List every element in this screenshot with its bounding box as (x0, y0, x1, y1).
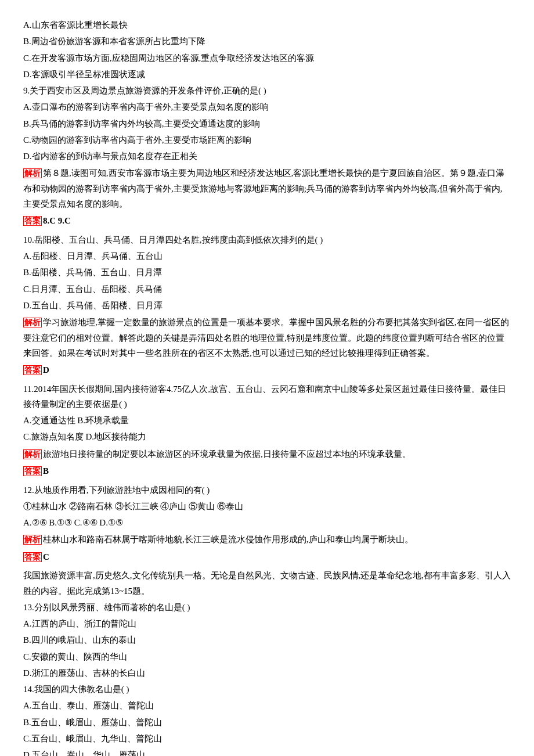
answer-block: 答案8.C 9.C (23, 213, 511, 229)
explanation-block: 解析学习旅游地理,掌握一定数量的旅游景点的位置是一项基本要求。掌握中国风景名胜的… (23, 315, 511, 361)
text-line: C.在开发客源市场方面,应稳固周边地区的客源,重点争取经济发达地区的客源 (23, 51, 511, 66)
text-line: C.旅游点知名度 D.地区接待能力 (23, 429, 511, 444)
text-line: D.五台山、嵩山、华山、雁荡山 (23, 747, 511, 756)
text-line: D.省内游客的到访率与景点知名度存在正相关 (23, 149, 511, 164)
explanation-block: 解析第８题,读图可知,西安市客源市场主要为周边地区和经济发达地区,客源比重增长最… (23, 165, 511, 211)
explanation-block: 解析旅游地日接待量的制定要以本旅游区的环境承载量为依据,日接待量不应超过本地的环… (23, 447, 511, 462)
explanation-block: 解析桂林山水和路南石林属于喀斯特地貌,长江三峡是流水侵蚀作用形成的,庐山和泰山均… (23, 532, 511, 548)
text-line: A.山东省客源比重增长最快 (23, 17, 511, 33)
text-line: A.壶口瀑布的游客到访率省内高于省外,主要受景点知名度的影响 (23, 99, 511, 114)
explanation-tag: 解析 (23, 168, 42, 178)
text-line: D.客源吸引半径呈标准圆状逐减 (23, 67, 511, 82)
text-line: B.岳阳楼、兵马俑、五台山、日月潭 (23, 265, 511, 280)
explanation-tag: 解析 (23, 449, 42, 459)
text-line: B.四川的峨眉山、山东的泰山 (23, 632, 511, 647)
text-line: A.岳阳楼、日月潭、兵马俑、五台山 (23, 249, 511, 264)
text-line: 11.2014年国庆长假期间,国内接待游客4.75亿人次,故宫、五台山、云冈石窟… (23, 381, 511, 412)
text-line: D.五台山、兵马俑、岳阳楼、日月潭 (23, 298, 511, 313)
text-line: ①桂林山水 ②路南石林 ③长江三峡 ④庐山 ⑤黄山 ⑥泰山 (23, 499, 511, 514)
text-line: A.交通通达性 B.环境承载量 (23, 413, 511, 428)
text-line: C.动物园的游客到访率省内高于省外,主要受市场距离的影响 (23, 132, 511, 147)
explanation-text: 学习旅游地理,掌握一定数量的旅游景点的位置是一项基本要求。掌握中国风景名胜的分布… (23, 318, 509, 358)
text-line: C.五台山、峨眉山、九华山、普陀山 (23, 731, 511, 746)
text-line: B.周边省份旅游客源和本省客源所占比重均下降 (23, 34, 511, 49)
answer-block: 答案B (23, 463, 511, 479)
answer-block: 答案C (23, 549, 511, 565)
text-line: C.安徽的黄山、陕西的华山 (23, 649, 511, 664)
page-content: A.山东省客源比重增长最快B.周边省份旅游客源和本省客源所占比重均下降C.在开发… (23, 17, 511, 756)
explanation-text: 旅游地日接待量的制定要以本旅游区的环境承载量为依据,日接待量不应超过本地的环境承… (43, 449, 411, 459)
text-line: A.五台山、泰山、雁荡山、普陀山 (23, 698, 511, 713)
answer-text: C (43, 552, 49, 561)
text-line: C.日月潭、五台山、岳阳楼、兵马俑 (23, 282, 511, 297)
explanation-text: 桂林山水和路南石林属于喀斯特地貌,长江三峡是流水侵蚀作用形成的,庐山和泰山均属于… (43, 535, 413, 544)
answer-text: D (43, 365, 49, 375)
answer-tag: 答案 (23, 216, 42, 226)
answer-text: 8.C 9.C (43, 216, 71, 225)
text-line: A.江西的庐山、浙江的普陀山 (23, 616, 511, 631)
text-line: 12.从地质作用看,下列旅游胜地中成因相同的有( ) (23, 483, 511, 498)
answer-tag: 答案 (23, 466, 42, 476)
text-line: B.兵马俑的游客到访率省内外均较高,主要受交通通达度的影响 (23, 116, 511, 131)
text-line: 10.岳阳楼、五台山、兵马俑、日月潭四处名胜,按纬度由高到低依次排列的是( ) (23, 232, 511, 247)
text-line: 13.分别以风景秀丽、雄伟而著称的名山是( ) (23, 600, 511, 615)
text-line: B.五台山、峨眉山、雁荡山、普陀山 (23, 715, 511, 730)
answer-tag: 答案 (23, 552, 42, 562)
explanation-tag: 解析 (23, 318, 42, 327)
text-line: 14.我国的四大佛教名山是( ) (23, 682, 511, 697)
text-line: 9.关于西安市区及周边景点旅游资源的开发条件评价,正确的是( ) (23, 83, 511, 98)
explanation-text: 第８题,读图可知,西安市客源市场主要为周边地区和经济发达地区,客源比重增长最快的… (23, 168, 504, 208)
explanation-tag: 解析 (23, 535, 42, 545)
text-line: D.浙江的雁荡山、吉林的长白山 (23, 665, 511, 681)
answer-block: 答案D (23, 362, 511, 378)
text-line: 我国旅游资源丰富,历史悠久,文化传统别具一格。无论是自然风光、文物古迹、民族风情… (23, 568, 511, 599)
answer-text: B (43, 466, 49, 476)
answer-tag: 答案 (23, 365, 42, 375)
text-line: A.②⑥ B.①③ C.④⑥ D.①⑤ (23, 515, 511, 530)
